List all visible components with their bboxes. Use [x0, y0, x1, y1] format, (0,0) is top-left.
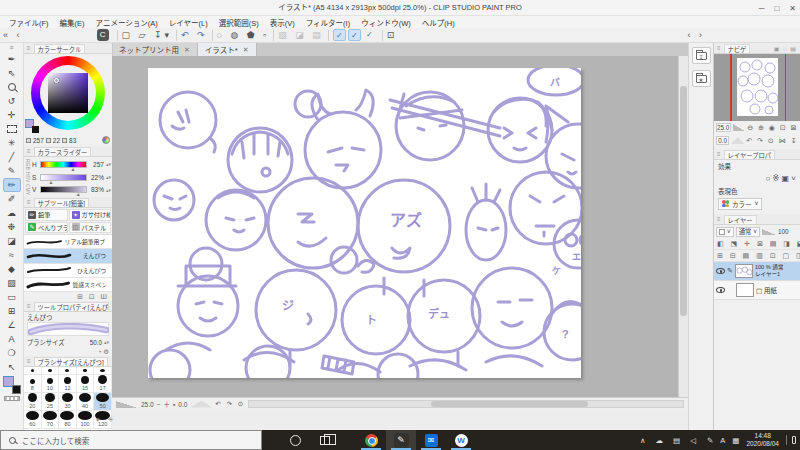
size-40[interactable]: 40	[77, 393, 95, 411]
menu-view[interactable]: 表示(V)	[265, 17, 300, 28]
zoom-slider[interactable]	[116, 401, 138, 408]
size-70[interactable]: 70	[42, 411, 60, 429]
layer-panel-tab[interactable]: ≡ レイヤー	[714, 214, 800, 225]
rotate-reset-icons[interactable]: ↶ ↷ ⊙	[215, 400, 245, 408]
navigator-zoom-slider[interactable]	[733, 124, 745, 131]
snap-ruler-icon[interactable]: ✓	[333, 29, 346, 41]
menu-window[interactable]: ウィンドウ(W)	[356, 17, 416, 28]
panel-menu-icon[interactable]: ≡	[717, 216, 721, 222]
fill-tool[interactable]: ◆	[3, 262, 21, 276]
balloon-tool[interactable]: ❍	[3, 346, 21, 360]
palette-color-dropdown[interactable]: ˅	[716, 227, 734, 237]
subtool-panel-tab[interactable]: ≡ サブツール[鉛筆]	[24, 197, 112, 208]
reset-view-icon[interactable]: ⊡	[387, 30, 398, 40]
rotate-canvas-tool[interactable]: ↺	[3, 94, 21, 108]
keyboard-icon[interactable]: ▦	[732, 436, 739, 445]
canvas-rotation-value[interactable]: 0.0	[178, 401, 187, 408]
visibility-eye-icon[interactable]	[716, 287, 725, 293]
size-15[interactable]: 15	[77, 375, 95, 393]
subtool-group-pastel[interactable]: ◫パステル	[69, 222, 112, 234]
menu-file[interactable]: ファイル(F)	[4, 17, 54, 28]
ime-indicator[interactable]: A	[720, 436, 725, 445]
brush-size-value[interactable]: 50.0	[90, 339, 102, 346]
size-8[interactable]: 8	[24, 375, 42, 393]
size-100[interactable]: 100	[77, 411, 95, 429]
hscroll-thumb[interactable]	[431, 401, 587, 407]
paper-layer-name[interactable]: 用紙	[764, 287, 777, 294]
eyedropper-tool[interactable]: ╱	[3, 150, 21, 164]
material-download-button[interactable]: ↧	[692, 47, 711, 64]
size-80[interactable]: 80	[59, 411, 77, 429]
ruler-tool[interactable]: ∠	[3, 318, 21, 332]
mail-taskbar-button[interactable]: ✉	[416, 430, 446, 450]
size-10[interactable]: 10	[42, 375, 60, 393]
action-center-button[interactable]	[786, 435, 796, 445]
cortana-button[interactable]	[280, 430, 310, 450]
tab-close-icon[interactable]: ✕	[184, 46, 190, 54]
clip-studio-logo-icon[interactable]: C	[97, 29, 109, 41]
panel-menu-icon[interactable]: ≡	[27, 148, 31, 154]
snap-grid-icon[interactable]: ✓	[363, 29, 376, 41]
palette-dock-footer-icons[interactable]: ▾ ✳	[96, 416, 136, 428]
palette-menu-icon[interactable]: ≡	[9, 43, 13, 52]
panel-menu-icon[interactable]: ≡	[717, 45, 721, 51]
brush-item[interactable]: 質感スミペン	[24, 278, 112, 292]
taskbar-search-box[interactable]: ここに入力して検索	[0, 430, 262, 450]
sv-marker[interactable]	[54, 78, 59, 83]
frame-border-tool[interactable]: ⊞	[3, 304, 21, 318]
menu-edit[interactable]: 編集(E)	[55, 17, 90, 28]
eraser-tool[interactable]: ◪	[3, 234, 21, 248]
opacity-value[interactable]: 100	[778, 228, 789, 235]
maximize-button[interactable]: □	[774, 4, 779, 13]
color-wheel[interactable]	[24, 54, 112, 134]
snap-special-ruler-icon[interactable]: ✓	[348, 29, 361, 41]
text-tool[interactable]: A	[3, 332, 21, 346]
transparent-color-chip[interactable]	[4, 396, 20, 401]
navigator-rotation-value[interactable]: 0.0	[716, 136, 729, 145]
pen-tray-icon[interactable]: ✎	[707, 436, 713, 445]
spinner-icon[interactable]: ▴▾	[106, 188, 111, 192]
navigator-rotate-icons[interactable]: ↶ ↷ ⊙ ⋈ ↧	[746, 137, 798, 145]
gradient-tool[interactable]: ▨	[3, 276, 21, 290]
navigator-rotation-slider[interactable]	[731, 137, 744, 144]
w-app-taskbar-button[interactable]: W	[446, 430, 476, 450]
pencil-tool-selected[interactable]: ✏	[3, 178, 21, 192]
opacity-slider[interactable]	[762, 229, 776, 235]
canvas-workspace[interactable]: アズ バ エ ケ ジ ト デュ ?	[112, 56, 688, 397]
background-color-chip[interactable]	[12, 385, 21, 394]
panel-menu-icon[interactable]: ≡	[27, 303, 31, 309]
brush-item[interactable]: リアル鉛筆用ブラシ	[24, 235, 112, 249]
layer-name[interactable]: レイヤー1	[755, 271, 784, 278]
line-correct-tool[interactable]: ↖	[3, 360, 21, 374]
size-12[interactable]: 12	[59, 375, 77, 393]
pen-tool[interactable]: ✒	[3, 52, 21, 66]
color-wheel-panel-tab[interactable]: ≡ カラーサークル	[24, 43, 112, 54]
color-slider-panel-tab[interactable]: ≡ カラースライダー	[24, 146, 112, 157]
tool-property-footer-icons[interactable]: ◔ ⚙	[24, 348, 112, 356]
spinner-icon[interactable]: ▴▾	[106, 175, 111, 179]
undo-redo-icons[interactable]: ↶ ↷	[181, 30, 208, 40]
vscroll-thumb[interactable]	[680, 86, 687, 316]
tab-close-icon[interactable]: ✕	[243, 46, 249, 54]
chrome-taskbar-button[interactable]	[356, 430, 386, 450]
panel-menu-icon[interactable]: ≡	[27, 45, 31, 51]
navigator-panel-tab[interactable]: ≡ ナビゲ ▣ ◌ ▤	[714, 43, 800, 54]
layer-row-selected[interactable]: ✎ 100 % 通常 レイヤー1	[714, 262, 800, 281]
layer-command-icons-row2[interactable]: ⊞ ⊟ ▤ ▥ ⊡ ▢ ◫ Ш	[714, 250, 800, 262]
panel-menu-icon[interactable]: ≡	[27, 199, 31, 205]
figure-tool[interactable]: ▭	[3, 290, 21, 304]
color-chips[interactable]	[3, 376, 21, 394]
paper-layer-row[interactable]: ▢ 用紙	[714, 281, 800, 300]
zoom-out-icon[interactable]: −	[157, 401, 161, 408]
saturation-slider[interactable]: ▲	[40, 174, 87, 181]
move-tool[interactable]: ✛	[3, 108, 21, 122]
zoom-tool[interactable]	[3, 80, 21, 94]
navigator-preview[interactable]	[714, 54, 800, 121]
size-30[interactable]: 30	[59, 393, 77, 411]
size-60[interactable]: 60	[24, 411, 42, 429]
layer-command-icons-row1[interactable]: ◧ ⬔ ✛ ⊠ ▤ ◨ ⬕	[714, 238, 800, 250]
blend-tool[interactable]: ≈	[3, 248, 21, 262]
tab-netprint[interactable]: ネットプリント用 ✕	[112, 43, 198, 56]
hue-slider[interactable]: ▲	[40, 161, 87, 168]
size-25[interactable]: 25	[42, 393, 60, 411]
